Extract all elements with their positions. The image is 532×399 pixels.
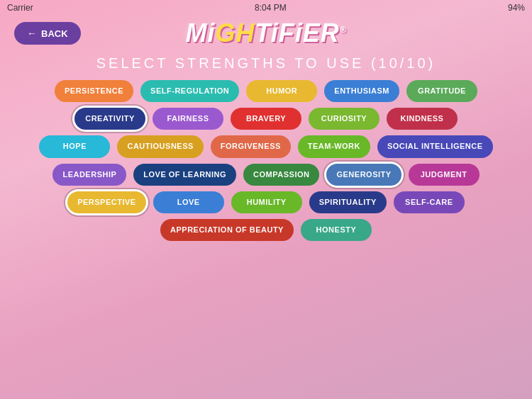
row-1: CREATIVITYFAIRNESSBRAVERYCURIOSITYKINDNE…	[74, 108, 458, 130]
strength-pill-kindness[interactable]: KINDNESS	[387, 108, 458, 130]
strength-pill-love[interactable]: LOVE	[153, 191, 224, 213]
app-logo: MiGHTiFiER®	[185, 18, 346, 48]
carrier-label: Carrier	[7, 3, 33, 13]
strength-pill-spirituality[interactable]: SPIRITUALITY	[309, 191, 387, 213]
row-0: PERSISTENCESELF-REGULATIONHUMORENTHUSIAS…	[55, 80, 477, 102]
strength-pill-appreciation-of-beauty[interactable]: APPRECIATION OF BEAUTY	[160, 219, 294, 241]
row-2: HOPECAUTIOUSNESSFORGIVENESSTEAM-WORKSOCI…	[39, 135, 492, 157]
strength-pill-gratitude[interactable]: GRATITUDE	[406, 80, 477, 102]
strength-pill-persistence[interactable]: PERSISTENCE	[55, 80, 133, 102]
strength-pill-judgment[interactable]: JUDGMENT	[409, 164, 480, 186]
back-button[interactable]: ← BACK	[14, 22, 81, 45]
strength-pill-bravery[interactable]: BRAVERY	[231, 108, 301, 130]
strength-pill-love-of-learning[interactable]: LOVE OF LEARNING	[133, 164, 236, 186]
strength-pill-honesty[interactable]: HONESTY	[301, 219, 372, 241]
row-5: APPRECIATION OF BEAUTYHONESTY	[160, 219, 372, 241]
strength-pill-creativity[interactable]: CREATIVITY	[74, 108, 145, 130]
logo-accent: GH	[215, 18, 255, 47]
battery-label: 94%	[508, 3, 525, 13]
strength-pill-social-intelligence[interactable]: SOCIAL INTELLIGENCE	[377, 135, 493, 157]
strength-pill-leadership[interactable]: LEADERSHIP	[52, 164, 126, 186]
page-title: SELECT STRENGTHS TO USE (10/10)	[0, 55, 532, 72]
strength-pill-team-work[interactable]: TEAM-WORK	[298, 135, 370, 157]
strengths-grid: PERSISTENCESELF-REGULATIONHUMORENTHUSIAS…	[0, 80, 532, 241]
strength-pill-compassion[interactable]: COMPASSION	[243, 164, 319, 186]
strength-pill-self-regulation[interactable]: SELF-REGULATION	[140, 80, 239, 102]
strength-pill-cautiousness[interactable]: CAUTIOUSNESS	[117, 135, 203, 157]
header: ← BACK MiGHTiFiER®	[0, 16, 532, 51]
strength-pill-perspective[interactable]: PERSPECTIVE	[67, 191, 146, 213]
strength-pill-generosity[interactable]: GENEROSITY	[326, 164, 401, 186]
strength-pill-humility[interactable]: HUMILITY	[231, 191, 302, 213]
time-label: 8:04 PM	[255, 3, 287, 13]
strength-pill-curiosity[interactable]: CURIOSITY	[309, 108, 379, 130]
row-4: PERSPECTIVELOVEHUMILITYSPIRITUALITYSELF-…	[67, 191, 465, 213]
row-3: LEADERSHIPLOVE OF LEARNINGCOMPASSIONGENE…	[52, 164, 479, 186]
back-label: BACK	[41, 28, 68, 39]
strength-pill-fairness[interactable]: FAIRNESS	[153, 108, 223, 130]
strength-pill-self-care[interactable]: SELF-CARE	[394, 191, 465, 213]
strength-pill-enthusiasm[interactable]: ENTHUSIASM	[324, 80, 399, 102]
status-bar: Carrier 8:04 PM 94%	[0, 0, 532, 16]
strength-pill-hope[interactable]: HOPE	[39, 135, 110, 157]
strength-pill-humor[interactable]: HUMOR	[246, 80, 317, 102]
strength-pill-forgiveness[interactable]: FORGIVENESS	[211, 135, 291, 157]
back-arrow-icon: ←	[27, 28, 37, 39]
